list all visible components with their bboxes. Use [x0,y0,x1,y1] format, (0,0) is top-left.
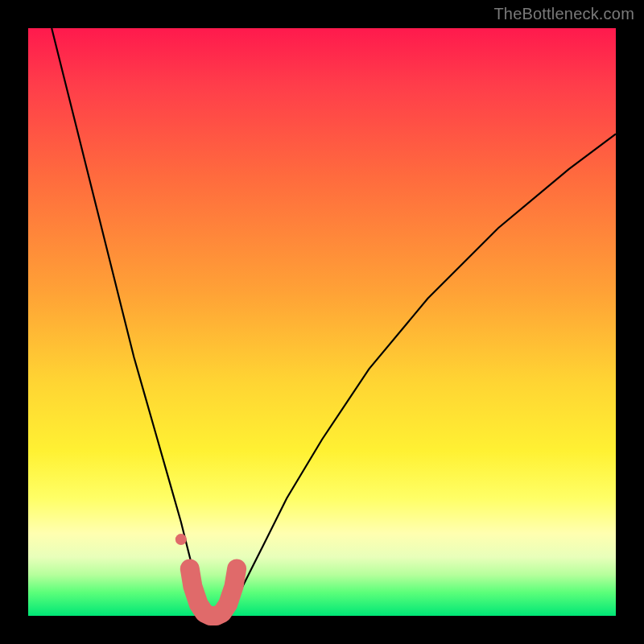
highlight-floor [190,569,237,616]
curve-layer [28,28,616,616]
bottleneck-curve [52,28,616,616]
watermark-text: TheBottleneck.com [493,5,634,23]
highlight-dot [175,534,187,545]
plot-area [28,28,616,616]
chart-frame: TheBottleneck.com [0,0,644,644]
